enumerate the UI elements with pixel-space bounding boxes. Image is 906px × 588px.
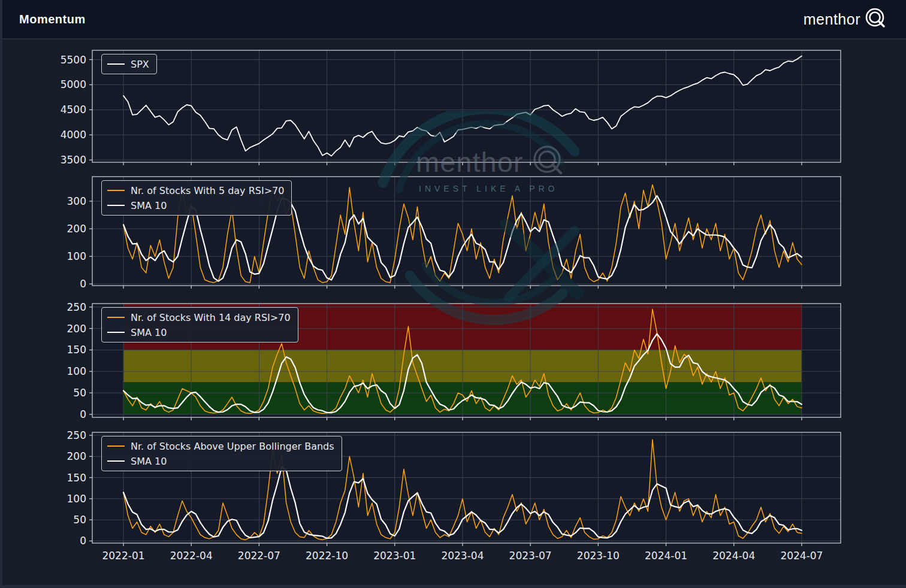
page-title: Momentum	[19, 13, 86, 26]
svg-text:100: 100	[67, 365, 86, 377]
rsi5-legend: Nr. of Stocks With 5 day RSI>70 SMA 10	[101, 180, 292, 216]
sma10-line-swatch	[107, 332, 125, 333]
bollinger-line-swatch	[107, 445, 125, 447]
svg-text:2022-04: 2022-04	[170, 550, 213, 562]
spx-chart-panel	[95, 50, 843, 162]
svg-text:2024-04: 2024-04	[712, 550, 755, 562]
svg-text:50: 50	[73, 514, 86, 526]
header-bar: Momentum menthor	[0, 0, 906, 40]
rsi14-line-swatch	[107, 317, 125, 318]
svg-text:0: 0	[80, 408, 86, 420]
svg-text:4500: 4500	[61, 104, 86, 116]
legend-label: SPX	[131, 59, 149, 70]
svg-text:0: 0	[80, 278, 86, 290]
svg-text:50: 50	[73, 387, 86, 399]
svg-text:5000: 5000	[61, 78, 86, 90]
svg-text:5500: 5500	[61, 54, 86, 66]
svg-text:200: 200	[67, 223, 86, 235]
menthorq-q-icon	[864, 7, 887, 32]
rsi5-line-swatch	[107, 190, 125, 191]
legend-label: SMA 10	[131, 200, 167, 211]
legend-row: SMA 10	[107, 199, 284, 212]
svg-text:250: 250	[67, 429, 86, 441]
legend-label: SMA 10	[131, 327, 167, 338]
legend-label: Nr. of Stocks With 14 day RSI>70	[131, 312, 291, 323]
svg-text:0: 0	[80, 535, 86, 547]
bollinger-legend: Nr. of Stocks Above Upper Bollinger Band…	[101, 436, 342, 471]
momentum-dashboard: Momentum menthor 35004000450050005500010…	[0, 0, 906, 588]
legend-row: SMA 10	[107, 326, 291, 339]
svg-text:3500: 3500	[61, 154, 86, 166]
legend-label: Nr. of Stocks Above Upper Bollinger Band…	[131, 441, 334, 452]
svg-text:150: 150	[67, 344, 86, 356]
spx-legend: SPX	[101, 54, 157, 74]
legend-row: Nr. of Stocks With 5 day RSI>70	[107, 184, 284, 197]
spx-line-swatch	[107, 63, 125, 65]
svg-text:2023-01: 2023-01	[373, 550, 416, 562]
svg-text:2024-07: 2024-07	[780, 550, 823, 562]
legend-row: Nr. of Stocks With 14 day RSI>70	[107, 311, 291, 324]
svg-text:150: 150	[67, 472, 86, 484]
svg-text:300: 300	[67, 195, 86, 207]
menthorq-logo: menthor	[804, 7, 887, 32]
rsi14-legend: Nr. of Stocks With 14 day RSI>70 SMA 10	[101, 307, 298, 343]
svg-text:2023-04: 2023-04	[441, 550, 484, 562]
sma10-line-swatch	[107, 205, 125, 206]
legend-label: SMA 10	[131, 456, 167, 467]
legend-row: SMA 10	[107, 454, 334, 468]
svg-text:2022-07: 2022-07	[238, 550, 280, 562]
legend-row: Nr. of Stocks Above Upper Bollinger Band…	[107, 440, 334, 453]
brand-name: menthor	[804, 11, 860, 28]
svg-text:2022-10: 2022-10	[306, 550, 348, 562]
svg-text:2024-01: 2024-01	[645, 550, 687, 562]
svg-text:4000: 4000	[61, 129, 86, 141]
legend-row: SPX	[107, 57, 149, 71]
svg-text:2022-01: 2022-01	[102, 550, 144, 562]
svg-text:100: 100	[67, 250, 86, 262]
svg-text:2023-07: 2023-07	[509, 550, 552, 562]
svg-text:200: 200	[67, 323, 86, 335]
svg-text:100: 100	[67, 493, 86, 505]
svg-text:200: 200	[67, 450, 86, 462]
sma10-line-swatch	[107, 460, 125, 462]
svg-text:250: 250	[67, 301, 86, 313]
legend-label: Nr. of Stocks With 5 day RSI>70	[131, 185, 284, 196]
svg-text:2023-10: 2023-10	[577, 550, 620, 562]
